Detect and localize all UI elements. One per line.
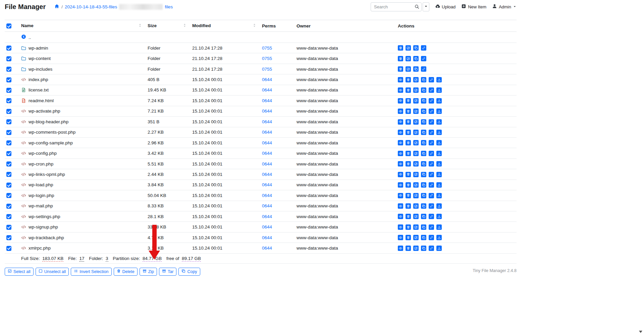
- copy-action-icon[interactable]: [421, 130, 426, 135]
- view-action-icon[interactable]: [398, 214, 403, 219]
- file-link[interactable]: wp-includes: [21, 67, 142, 72]
- row-checkbox[interactable]: [6, 98, 11, 103]
- file-link[interactable]: xmlrpc.php: [21, 246, 142, 251]
- delete-action-icon[interactable]: [406, 130, 411, 135]
- invert-selection-button[interactable]: Invert Selection: [71, 268, 111, 276]
- row-checkbox[interactable]: [6, 140, 11, 145]
- link-action-icon[interactable]: [429, 224, 434, 230]
- download-action-icon[interactable]: [436, 119, 442, 125]
- rename-action-icon[interactable]: [413, 235, 419, 240]
- file-link[interactable]: index.php: [21, 77, 142, 82]
- delete-action-icon[interactable]: [398, 56, 403, 61]
- delete-action-icon[interactable]: [406, 151, 411, 156]
- file-perms-link[interactable]: 0644: [262, 98, 272, 103]
- link-action-icon[interactable]: [429, 151, 434, 156]
- copy-action-icon[interactable]: [413, 45, 419, 51]
- link-action-icon[interactable]: [421, 45, 426, 51]
- link-action-icon[interactable]: [429, 193, 434, 198]
- link-action-icon[interactable]: [429, 130, 434, 135]
- file-link[interactable]: wp-admin: [21, 46, 142, 51]
- new-item-button[interactable]: New Item: [461, 4, 486, 10]
- rename-action-icon[interactable]: [413, 77, 419, 82]
- file-perms-link[interactable]: 0644: [262, 109, 272, 114]
- breadcrumb-files-link[interactable]: files: [165, 4, 173, 9]
- file-perms-link[interactable]: 0755: [262, 67, 272, 72]
- column-header-size[interactable]: Size: [145, 20, 190, 32]
- link-action-icon[interactable]: [429, 109, 434, 114]
- file-link[interactable]: wp-comments-post.php: [21, 130, 142, 135]
- search-icon[interactable]: [415, 4, 419, 10]
- rename-action-icon[interactable]: [413, 98, 419, 104]
- file-link[interactable]: wp-login.php: [21, 193, 142, 198]
- download-action-icon[interactable]: [436, 130, 442, 135]
- file-perms-link[interactable]: 0644: [262, 224, 272, 229]
- view-action-icon[interactable]: [398, 151, 403, 156]
- file-link[interactable]: wp-signup.php: [21, 224, 142, 229]
- download-action-icon[interactable]: [436, 214, 442, 219]
- home-icon[interactable]: [54, 4, 59, 10]
- copy-action-icon[interactable]: [421, 98, 426, 104]
- copy-action-icon[interactable]: [413, 66, 419, 72]
- rename-action-icon[interactable]: [413, 130, 419, 135]
- breadcrumb-folder-link[interactable]: 2024-10-14-18-43-55-files: [65, 4, 117, 9]
- view-action-icon[interactable]: [398, 77, 403, 82]
- select-all-checkbox[interactable]: [6, 23, 11, 28]
- file-perms-link[interactable]: 0644: [262, 193, 272, 198]
- row-checkbox[interactable]: [6, 88, 11, 93]
- view-action-icon[interactable]: [398, 193, 403, 198]
- link-action-icon[interactable]: [429, 87, 434, 93]
- rename-action-icon[interactable]: [413, 193, 419, 198]
- file-link[interactable]: wp-settings.php: [21, 214, 142, 219]
- sort-icon[interactable]: [138, 23, 142, 28]
- rename-action-icon[interactable]: [406, 56, 411, 61]
- file-perms-link[interactable]: 0644: [262, 214, 272, 219]
- copy-action-icon[interactable]: [421, 182, 426, 188]
- link-action-icon[interactable]: [429, 140, 434, 145]
- copy-action-icon[interactable]: [421, 214, 426, 219]
- copy-action-icon[interactable]: [421, 109, 426, 114]
- row-checkbox[interactable]: [6, 235, 11, 240]
- link-action-icon[interactable]: [429, 98, 434, 104]
- download-action-icon[interactable]: [436, 224, 442, 230]
- download-action-icon[interactable]: [436, 77, 442, 82]
- row-checkbox[interactable]: [6, 183, 11, 188]
- file-link[interactable]: wp-links-opml.php: [21, 172, 142, 177]
- view-action-icon[interactable]: [398, 182, 403, 188]
- row-checkbox[interactable]: [6, 130, 11, 135]
- rename-action-icon[interactable]: [413, 140, 419, 145]
- download-action-icon[interactable]: [436, 193, 442, 198]
- delete-action-icon[interactable]: [406, 77, 411, 82]
- copy-button[interactable]: Copy: [178, 268, 200, 276]
- download-action-icon[interactable]: [436, 235, 442, 240]
- delete-action-icon[interactable]: [406, 193, 411, 198]
- row-checkbox[interactable]: [6, 225, 11, 230]
- copy-action-icon[interactable]: [421, 119, 426, 125]
- copy-action-icon[interactable]: [421, 161, 426, 166]
- delete-button[interactable]: Delete: [114, 268, 138, 276]
- file-link[interactable]: wp-activate.php: [21, 109, 142, 114]
- file-perms-link[interactable]: 0644: [262, 77, 272, 82]
- delete-action-icon[interactable]: [406, 87, 411, 93]
- view-action-icon[interactable]: [398, 87, 403, 93]
- rename-action-icon[interactable]: [413, 214, 419, 219]
- copy-action-icon[interactable]: [421, 235, 426, 240]
- download-action-icon[interactable]: [436, 172, 442, 177]
- copy-action-icon[interactable]: [421, 151, 426, 156]
- link-action-icon[interactable]: [429, 214, 434, 219]
- view-action-icon[interactable]: [398, 109, 403, 114]
- tar-button[interactable]: Tar: [159, 268, 176, 276]
- zip-button[interactable]: Zip: [140, 268, 157, 276]
- copy-action-icon[interactable]: [421, 77, 426, 82]
- file-perms-link[interactable]: 0644: [262, 161, 272, 166]
- rename-action-icon[interactable]: [406, 66, 411, 72]
- view-action-icon[interactable]: [398, 130, 403, 135]
- view-action-icon[interactable]: [398, 172, 403, 177]
- view-action-icon[interactable]: [398, 224, 403, 230]
- download-action-icon[interactable]: [436, 109, 442, 114]
- download-action-icon[interactable]: [436, 140, 442, 145]
- file-link[interactable]: wp-config-sample.php: [21, 140, 142, 145]
- unselect-all-button[interactable]: Unselect all: [36, 268, 69, 276]
- link-action-icon[interactable]: [429, 172, 434, 177]
- file-perms-link[interactable]: 0644: [262, 246, 272, 251]
- delete-action-icon[interactable]: [406, 109, 411, 114]
